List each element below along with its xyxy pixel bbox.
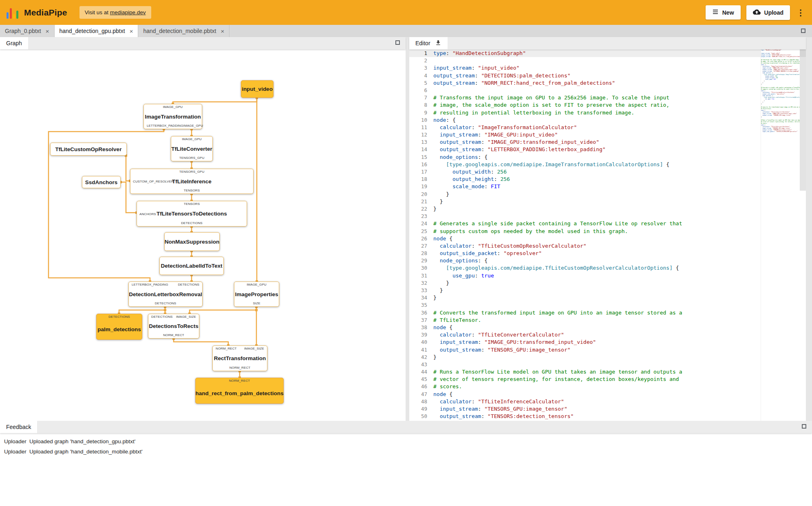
code-line[interactable]: 33 } <box>409 287 806 294</box>
close-tab-icon[interactable]: × <box>46 28 49 35</box>
editor-scrollbar[interactable] <box>800 49 806 421</box>
code-line[interactable]: 44# Runs a TensorFlow Lite model on GPU … <box>409 368 806 376</box>
graph-node-palm_detections[interactable]: DETECTIONSpalm_detections <box>96 314 142 340</box>
code-text: node: { <box>427 117 806 124</box>
code-line[interactable]: 31 use_gpu: true <box>409 272 806 279</box>
graph-node-SsdAnchors[interactable]: SsdAnchors <box>82 176 121 188</box>
port-dot <box>255 309 258 311</box>
code-line[interactable]: 49 input_stream: "TENSORS_GPU:image_tens… <box>409 405 806 413</box>
graph-node-RectTransformation[interactable]: NORM_RECTIMAGE_SIZERectTransformationNOR… <box>212 345 267 371</box>
code-line[interactable]: 11 calculator: "ImageTransformationCalcu… <box>409 124 806 131</box>
download-icon[interactable] <box>435 40 441 47</box>
code-line[interactable]: 36# Converts the transformed input image… <box>409 309 806 317</box>
file-tab[interactable]: hand_detection_mobile.pbtxt× <box>138 25 229 37</box>
graph-node-input_video[interactable]: input_video <box>241 80 274 98</box>
tab-feedback[interactable]: Feedback <box>0 421 37 433</box>
scrollbar-thumb[interactable] <box>800 49 806 191</box>
code-line[interactable]: 4output_stream: "DETECTIONS:palm_detecti… <box>409 72 806 79</box>
code-line[interactable]: 47node { <box>409 391 806 398</box>
code-line[interactable]: 2 <box>409 57 806 64</box>
code-line[interactable]: 24# Generates a single side packet conta… <box>409 220 806 227</box>
code-line[interactable]: 18 output_height: 256 <box>409 176 806 183</box>
graph-node-DetectionsToRects[interactable]: DETECTIONSIMAGE_SIZEDetectionsToRectsNOR… <box>148 314 199 339</box>
code-line[interactable]: 45# vector of tensors representing, for … <box>409 376 806 383</box>
code-line[interactable]: 8# image, the scale_mode option is set t… <box>409 101 806 109</box>
close-tab-icon[interactable]: × <box>130 28 133 35</box>
code-line[interactable]: 46# scores. <box>409 383 806 390</box>
tab-editor[interactable]: Editor <box>409 37 448 49</box>
maximize-editor-panel-icon[interactable] <box>801 29 805 33</box>
graph-canvas[interactable]: input_videoIMAGE_GPUImageTransformationL… <box>0 49 406 421</box>
code-line[interactable]: 23 <box>409 213 806 220</box>
code-line[interactable]: 32 } <box>409 279 806 287</box>
code-line[interactable]: 21 } <box>409 198 806 205</box>
code-text: [type.googleapis.com/mediapipe.TfLiteCus… <box>427 264 806 272</box>
feedback-message: Uploaded graph 'hand_detection_gpu.pbtxt… <box>29 438 135 444</box>
code-line[interactable]: 16 [type.googleapis.com/mediapipe.ImageT… <box>409 161 806 168</box>
maximize-graph-panel-icon[interactable] <box>395 40 400 45</box>
graph-node-TfLiteCustomOpResolver[interactable]: TfLiteCustomOpResolver <box>50 143 127 156</box>
code-line[interactable]: 27 calculator: "TfLiteCustomOpResolverCa… <box>409 242 806 250</box>
graph-node-TfLiteInference[interactable]: TENSORS_GPUCUSTOM_OP_RESOLVERTfLiteInfer… <box>130 169 254 194</box>
more-options-icon[interactable]: ⋮ <box>796 9 805 17</box>
code-line[interactable]: 34} <box>409 294 806 301</box>
graph-node-ImageTransformation[interactable]: IMAGE_GPUImageTransformationLETTERBOX_PA… <box>143 104 202 129</box>
graph-node-NonMaxSuppression[interactable]: NonMaxSuppression <box>164 232 220 251</box>
code-line[interactable]: 15 node_options: { <box>409 154 806 161</box>
maximize-feedback-panel-icon[interactable] <box>802 424 806 429</box>
code-line[interactable]: 10node: { <box>409 117 806 124</box>
port-row: DETECTIONSIMAGE_SIZE <box>148 314 199 319</box>
graph-node-hand_rect_from_palm_detections[interactable]: NORM_RECThand_rect_from_palm_detections <box>195 378 284 404</box>
code-line[interactable]: 20 } <box>409 191 806 198</box>
close-tab-icon[interactable]: × <box>221 28 224 35</box>
code-text: output_stream: "IMAGE_GPU:transformed_in… <box>427 139 806 146</box>
graph-node-DetectionLabelIdToText[interactable]: DetectionLabelIdToText <box>159 257 224 275</box>
new-button[interactable]: New <box>706 5 741 20</box>
code-line[interactable]: 50 output_stream: "TENSORS:detection_ten… <box>409 413 806 420</box>
code-line[interactable]: 3input_stream: "input_video" <box>409 64 806 72</box>
code-line[interactable]: 40 input_stream: "IMAGE_GPU:transformed_… <box>409 339 806 346</box>
code-line[interactable]: 29 node_options: { <box>409 257 806 264</box>
code-editor[interactable]: 1type: "HandDetectionSubgraph"23input_st… <box>409 49 806 421</box>
code-line[interactable]: 26node { <box>409 235 806 242</box>
code-text: output_stream: "LETTERBOX_PADDING:letter… <box>427 146 806 153</box>
code-line[interactable]: 13 output_stream: "IMAGE_GPU:transformed… <box>409 139 806 146</box>
graph-node-ImageProperties[interactable]: IMAGE_GPUImagePropertiesSIZE <box>234 282 279 307</box>
code-line[interactable]: 22} <box>409 205 806 213</box>
code-line[interactable]: 48 calculator: "TfLiteInferenceCalculato… <box>409 398 806 405</box>
code-line[interactable]: 43 <box>409 361 806 368</box>
code-line[interactable]: 1type: "HandDetectionSubgraph" <box>409 50 806 57</box>
node-label: DetectionLetterboxRemoval <box>129 291 202 297</box>
graph-node-DetectionLetterboxRemoval[interactable]: LETTERBOX_PADDINGDETECTIONSDetectionLett… <box>128 282 203 307</box>
code-line[interactable]: 19 scale_mode: FIT <box>409 183 806 190</box>
editor-panel-strip: Editor <box>409 37 806 49</box>
code-line[interactable]: 7# Transforms the input image on GPU to … <box>409 94 806 101</box>
graph-node-TfLiteConverter[interactable]: IMAGE_GPUTfLiteConverterTENSORS_GPU <box>171 136 213 161</box>
code-line[interactable]: 25# supports custom ops needed by the mo… <box>409 228 806 235</box>
code-line[interactable]: 12 input_stream: "IMAGE_GPU:input_video" <box>409 131 806 139</box>
code-line[interactable]: 9# resulting in potential letterboxing i… <box>409 109 806 117</box>
file-tab[interactable]: hand_detection_gpu.pbtxt× <box>55 25 139 37</box>
port-label: NORM_RECT <box>229 366 251 370</box>
code-line[interactable]: 6 <box>409 87 806 94</box>
graph-node-TfLiteTensorsToDetections[interactable]: TENSORSANCHORSTfLiteTensorsToDetectionsD… <box>137 201 247 227</box>
file-tab[interactable]: Graph_0.pbtxt× <box>0 25 55 37</box>
code-line[interactable]: 41 output_stream: "TENSORS_GPU:image_ten… <box>409 346 806 354</box>
node-label: TfLiteCustomOpResolver <box>55 146 122 152</box>
mediapipe-dev-link[interactable]: mediapipe.dev <box>110 9 146 15</box>
code-line[interactable]: 17 output_width: 256 <box>409 168 806 176</box>
upload-button[interactable]: Upload <box>746 5 790 20</box>
code-line[interactable]: 5output_stream: "NORM_RECT:hand_rect_fro… <box>409 79 806 87</box>
code-line[interactable]: 28 output_side_packet: "opresolver" <box>409 250 806 257</box>
code-line[interactable]: 35 <box>409 301 806 309</box>
port-row: TENSORS <box>137 201 247 206</box>
line-number: 48 <box>409 398 427 405</box>
tab-graph[interactable]: Graph <box>0 37 28 49</box>
code-line[interactable]: 39 calculator: "TfLiteConverterCalculato… <box>409 331 806 339</box>
code-line[interactable]: 42} <box>409 354 806 361</box>
editor-minimap[interactable]: type: "HandDetectionSubgraph"input_strea… <box>761 49 800 421</box>
code-line[interactable]: 37# TfLiteTensor. <box>409 317 806 324</box>
code-line[interactable]: 14 output_stream: "LETTERBOX_PADDING:let… <box>409 146 806 153</box>
code-line[interactable]: 30 [type.googleapis.com/mediapipe.TfLite… <box>409 264 806 272</box>
code-line[interactable]: 38node { <box>409 324 806 331</box>
